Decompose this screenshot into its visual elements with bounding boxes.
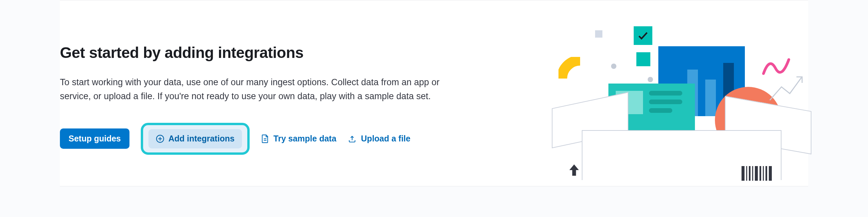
try-sample-data-link[interactable]: Try sample data <box>261 134 337 144</box>
document-icon <box>261 134 269 144</box>
deco-teal-square <box>637 52 650 66</box>
deco-square-icon <box>595 30 602 38</box>
add-integrations-button[interactable]: Add integrations <box>149 129 242 149</box>
decorative-illustration <box>535 20 808 180</box>
setup-guides-button[interactable]: Setup guides <box>60 128 129 149</box>
upload-file-label: Upload a file <box>361 134 411 144</box>
upload-icon <box>348 134 356 143</box>
add-integrations-highlight: Add integrations <box>141 123 250 155</box>
deco-dot <box>648 77 653 82</box>
content-column: Get started by adding integrations To st… <box>60 24 453 155</box>
deco-check-icon <box>634 26 652 45</box>
setup-guides-label: Setup guides <box>68 134 121 143</box>
deco-barcode-icon <box>742 166 772 181</box>
section-title: Get started by adding integrations <box>60 43 453 62</box>
upload-file-link[interactable]: Upload a file <box>348 134 411 144</box>
deco-up-arrow-icon <box>568 163 580 178</box>
add-integrations-label: Add integrations <box>168 134 235 143</box>
onboarding-panel: Get started by adding integrations To st… <box>60 0 808 186</box>
action-row: Setup guides Add integrations <box>60 123 453 155</box>
deco-trend-arrow-icon <box>768 73 805 105</box>
plus-circle-icon <box>156 134 164 143</box>
try-sample-label: Try sample data <box>274 134 337 144</box>
section-description: To start working with your data, use one… <box>60 75 453 103</box>
deco-dot <box>611 64 616 69</box>
deco-donut-icon <box>558 57 602 100</box>
